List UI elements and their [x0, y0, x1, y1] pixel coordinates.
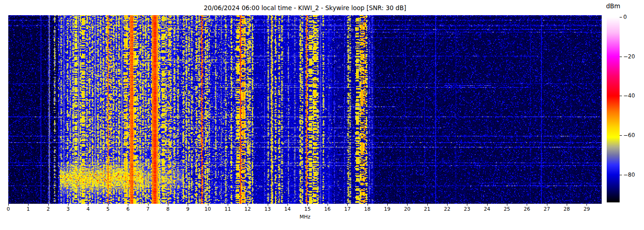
- x-tick-label: 20: [398, 206, 416, 212]
- x-tick-mark: [28, 204, 29, 206]
- x-tick-mark: [268, 204, 268, 206]
- x-tick-label: 5: [99, 206, 117, 212]
- x-tick-label: 19: [378, 206, 397, 212]
- x-tick-mark: [328, 204, 328, 206]
- x-tick-label: 7: [139, 206, 157, 212]
- x-tick-label: 21: [418, 206, 437, 212]
- x-axis-label: MHz: [8, 214, 602, 220]
- x-tick-mark: [168, 204, 168, 206]
- x-tick-label: 6: [119, 206, 137, 212]
- x-tick-mark: [88, 204, 88, 206]
- x-tick-label: 28: [558, 206, 576, 212]
- x-tick-label: 23: [458, 206, 476, 212]
- colorbar-tick-label: −80: [623, 172, 635, 178]
- x-tick-label: 2: [39, 206, 58, 212]
- spectrogram-canvas: [8, 15, 602, 204]
- x-tick-mark: [527, 204, 527, 206]
- x-tick-mark: [307, 204, 308, 206]
- x-tick-label: 1: [19, 206, 37, 212]
- x-tick-mark: [288, 204, 288, 206]
- x-tick-mark: [467, 204, 467, 206]
- x-tick-label: 29: [577, 206, 596, 212]
- x-tick-label: 14: [278, 206, 297, 212]
- spectrogram-figure: 20/06/2024 06:00 local time - KIWI_2 - S…: [0, 0, 644, 230]
- colorbar-tick-label: −60: [623, 132, 635, 138]
- x-tick-mark: [48, 204, 49, 206]
- x-tick-label: 9: [178, 206, 197, 212]
- chart-title: 20/06/2024 06:00 local time - KIWI_2 - S…: [8, 4, 602, 12]
- x-tick-mark: [487, 204, 488, 206]
- colorbar-tick-label: −40: [623, 92, 635, 99]
- x-tick-label: 16: [318, 206, 337, 212]
- x-tick-label: 27: [538, 206, 556, 212]
- x-tick-mark: [128, 204, 128, 206]
- x-tick-label: 26: [518, 206, 536, 212]
- x-tick-label: 13: [259, 206, 277, 212]
- x-tick-mark: [247, 204, 248, 206]
- x-tick-mark: [208, 204, 208, 206]
- x-tick-label: 10: [199, 206, 217, 212]
- x-tick-mark: [228, 204, 228, 206]
- colorbar-tick-label: 0: [623, 14, 627, 20]
- x-tick-mark: [347, 204, 348, 206]
- colorbar-tick-mark: [620, 17, 622, 17]
- x-tick-mark: [148, 204, 149, 206]
- colorbar: [607, 17, 620, 202]
- x-tick-label: 17: [338, 206, 356, 212]
- x-tick-label: 15: [298, 206, 316, 212]
- x-tick-mark: [586, 204, 587, 206]
- x-tick-label: 0: [0, 206, 17, 212]
- x-tick-mark: [68, 204, 69, 206]
- x-tick-label: 12: [238, 206, 257, 212]
- x-tick-mark: [407, 204, 408, 206]
- x-tick-label: 25: [498, 206, 516, 212]
- x-tick-mark: [387, 204, 388, 206]
- x-tick-label: 24: [478, 206, 496, 212]
- x-tick-label: 4: [79, 206, 97, 212]
- x-tick-mark: [547, 204, 547, 206]
- x-tick-label: 11: [218, 206, 237, 212]
- x-tick-mark: [427, 204, 428, 206]
- x-tick-mark: [567, 204, 567, 206]
- colorbar-tick-mark: [620, 135, 622, 136]
- colorbar-tick-mark: [620, 57, 622, 57]
- x-tick-mark: [447, 204, 448, 206]
- x-tick-mark: [368, 204, 368, 206]
- x-tick-mark: [188, 204, 188, 206]
- x-tick-label: 18: [358, 206, 377, 212]
- x-tick-mark: [108, 204, 109, 206]
- x-tick-label: 3: [59, 206, 77, 212]
- x-tick-label: 8: [159, 206, 177, 212]
- x-tick-label: 22: [438, 206, 456, 212]
- colorbar-tick-mark: [620, 96, 622, 96]
- x-tick-mark: [507, 204, 507, 206]
- x-tick-mark: [8, 204, 9, 206]
- colorbar-tick-label: −20: [623, 53, 635, 60]
- colorbar-title: dBm: [603, 2, 623, 10]
- colorbar-tick-mark: [620, 175, 622, 175]
